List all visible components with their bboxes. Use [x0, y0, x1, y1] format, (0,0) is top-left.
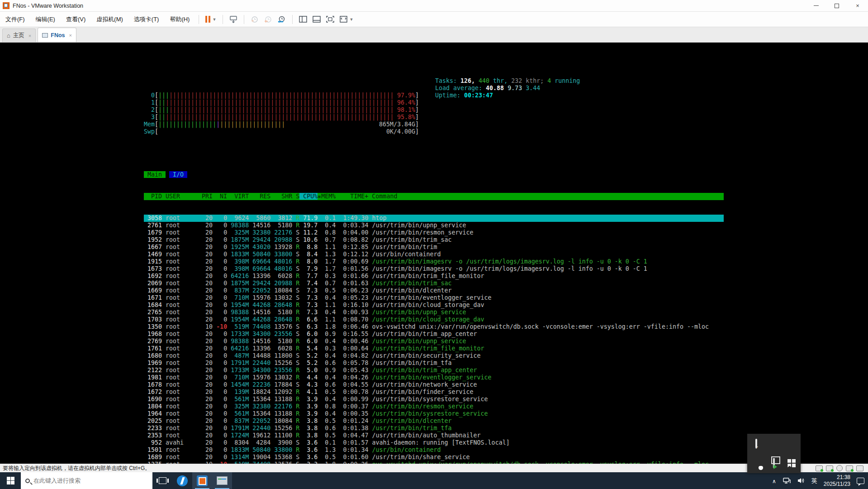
- pause-vm-button[interactable]: ▼: [203, 14, 219, 25]
- htop-tab-main[interactable]: Main: [144, 171, 166, 178]
- htop-tab-io[interactable]: I/O: [169, 171, 187, 178]
- snapshot-manager-button[interactable]: [275, 14, 289, 25]
- swap-meter: Swp[0K/4.00G]: [144, 128, 724, 135]
- process-row[interactable]: 1692 root 20 0 64216 13396 6028 R 7.7 0.…: [144, 273, 724, 280]
- network-device-icon[interactable]: [846, 465, 853, 471]
- tab-close-icon[interactable]: ×: [28, 33, 31, 38]
- monitor-app-icon: [217, 476, 228, 485]
- process-row[interactable]: 2025 root 20 0 837M 22052 18084 R 3.8 0.…: [144, 417, 724, 425]
- process-row[interactable]: 1667 root 20 0 1925M 43020 13928 R 8.8 1…: [144, 244, 724, 251]
- taskbar-app-vmware[interactable]: [192, 472, 212, 489]
- process-row[interactable]: 1964 root 20 0 561M 15364 13188 R 3.9 0.…: [144, 410, 724, 417]
- show-thumbnail-panel-button[interactable]: [310, 14, 323, 25]
- process-row[interactable]: 2122 root 20 0 1733M 34300 23556 R 5.0 0…: [144, 367, 724, 374]
- usb-device-icon[interactable]: [856, 465, 863, 471]
- start-button[interactable]: [0, 472, 21, 489]
- close-button[interactable]: ×: [847, 0, 868, 11]
- process-row[interactable]: 1703 root 20 0 1954M 44268 28648 R 6.6 1…: [144, 316, 724, 323]
- show-library-panel-button[interactable]: [296, 14, 310, 25]
- clock-time: 21:38: [824, 474, 850, 481]
- vm-console-screen[interactable]: 0[||||||||||||||||||||||||||||||||||||||…: [0, 43, 868, 464]
- menu-item[interactable]: 选项卡(T): [128, 12, 165, 27]
- process-row[interactable]: 1672 root 20 0 139M 18824 12092 R 4.1 0.…: [144, 388, 724, 396]
- process-row[interactable]: 952 avahi 20 0 8304 4284 3900 S 3.6 0.1 …: [144, 439, 724, 446]
- process-row[interactable]: 2761 root 20 0 98388 14516 5180 R 19.7 0…: [144, 222, 724, 229]
- memory-meter: Mem[|||||||||||||||||||||||||||||||||||8…: [144, 121, 724, 128]
- hidden-icons-chevron[interactable]: ∧: [772, 478, 776, 484]
- system-tray: ∧ 英 21:38 2025/11/23: [772, 472, 868, 489]
- process-row[interactable]: 1969 root 20 0 1791M 22440 15256 S 5.2 0…: [144, 360, 724, 367]
- tab-home[interactable]: ⌂ 主页 ×: [2, 29, 36, 42]
- screen-share-icon[interactable]: [773, 459, 775, 467]
- cpu-meter-3: 3[||||||||||||||||||||||||||||||||||||||…: [144, 114, 724, 121]
- process-row[interactable]: 3058 root 20 0 9624 5860 3812 R 71.9 0.1…: [144, 215, 724, 222]
- htop-terminal: 0[||||||||||||||||||||||||||||||||||||||…: [144, 77, 724, 464]
- process-row[interactable]: 1671 root 20 0 710M 15976 13032 S 7.3 0.…: [144, 294, 724, 302]
- revert-snapshot-button[interactable]: [261, 14, 275, 25]
- console-view-button[interactable]: [323, 14, 337, 25]
- vmware-app-icon: [197, 475, 208, 486]
- cdrom-device-icon[interactable]: [836, 465, 843, 471]
- process-row[interactable]: 1669 root 20 0 837M 22052 18084 S 7.3 0.…: [144, 287, 724, 294]
- process-row[interactable]: 1680 root 20 0 487M 14488 11800 S 5.2 0.…: [144, 352, 724, 360]
- process-row[interactable]: 2353 root 20 0 1724M 19612 11100 R 3.8 0…: [144, 432, 724, 439]
- menu-item[interactable]: 文件(F): [0, 12, 30, 27]
- send-ctrl-alt-del-button[interactable]: [227, 14, 240, 25]
- windows-logo-icon: [7, 477, 14, 484]
- minimize-button[interactable]: [806, 0, 826, 11]
- tab-close-icon[interactable]: ×: [69, 33, 72, 38]
- volume-tray-icon[interactable]: [797, 477, 805, 484]
- process-row[interactable]: 1469 root 20 0 1833M 50840 33800 S 8.4 1…: [144, 251, 724, 258]
- maximize-button[interactable]: [826, 0, 847, 11]
- tabbar: ⌂ 主页 × FNos ×: [0, 27, 868, 43]
- taskbar-clock[interactable]: 21:38 2025/11/23: [824, 474, 850, 488]
- process-row[interactable]: 1689 root 20 0 1314M 19004 15368 S 3.6 0…: [144, 454, 724, 461]
- vm-monitor-icon: [42, 33, 48, 38]
- process-row[interactable]: 1673 root 20 0 398M 69664 48016 S 7.9 1.…: [144, 265, 724, 273]
- process-row[interactable]: 1684 root 20 0 1954M 44268 28648 R 7.3 1…: [144, 302, 724, 309]
- network-tray-icon[interactable]: [783, 477, 791, 484]
- process-row[interactable]: 2769 root 20 0 98388 14516 5180 R 6.0 0.…: [144, 338, 724, 345]
- taskbar-search[interactable]: [21, 472, 152, 489]
- usb-drive-icon[interactable]: [755, 440, 757, 448]
- process-row[interactable]: 2765 root 20 0 98388 14516 5180 R 7.3 0.…: [144, 309, 724, 316]
- process-row[interactable]: 2233 root 20 0 1791M 22440 15256 R 3.8 0…: [144, 425, 724, 432]
- process-row[interactable]: 1981 root 20 0 710M 15976 13032 R 4.4 0.…: [144, 374, 724, 381]
- process-row[interactable]: 1915 root 20 0 398M 69664 48016 R 8.0 1.…: [144, 258, 724, 265]
- harddisk-device-icon[interactable]: [816, 465, 823, 471]
- process-row[interactable]: 1804 root 20 0 325M 32380 22176 R 3.9 0.…: [144, 403, 724, 410]
- search-input[interactable]: [33, 477, 138, 484]
- apps-grid-icon[interactable]: [787, 459, 796, 467]
- task-view-button[interactable]: [152, 472, 172, 489]
- process-row[interactable]: 1501 root 20 0 1833M 50840 33800 R 3.6 1…: [144, 446, 724, 454]
- menu-item[interactable]: 编辑(E): [30, 12, 61, 27]
- menu-item[interactable]: 查看(V): [61, 12, 91, 27]
- ime-indicator[interactable]: 英: [811, 477, 817, 485]
- menu-item[interactable]: 帮助(H): [164, 12, 195, 27]
- process-row[interactable]: 1679 root 20 0 325M 32380 22176 S 11.2 0…: [144, 229, 724, 236]
- pause-dropdown-icon[interactable]: ▼: [212, 17, 216, 22]
- bolt-app-icon: [177, 475, 188, 486]
- action-center-icon[interactable]: [857, 478, 864, 484]
- menu-item[interactable]: 虚拟机(M): [91, 12, 128, 27]
- windows-taskbar: ∧ 英 21:38 2025/11/23: [0, 472, 868, 489]
- fullscreen-dropdown-icon[interactable]: ▼: [349, 17, 353, 22]
- process-row[interactable]: 1690 root 20 0 561M 15364 13188 R 3.9 0.…: [144, 396, 724, 403]
- tab-fnos[interactable]: FNos ×: [38, 28, 76, 42]
- process-row[interactable]: 1350 root 10 -10 519M 74408 13576 S 6.3 …: [144, 323, 724, 331]
- process-row[interactable]: 2069 root 20 0 1875M 29424 20988 R 7.4 0…: [144, 280, 724, 287]
- htop-info-line: Uptime: 00:23:47: [435, 92, 580, 99]
- process-row[interactable]: 1761 root 20 0 64216 13396 6028 R 5.4 0.…: [144, 345, 724, 352]
- taskbar-app-bolt[interactable]: [172, 472, 192, 489]
- tray-overflow-flyout: [747, 434, 801, 473]
- process-row[interactable]: 1968 root 20 0 1733M 34300 23556 S 6.0 0…: [144, 331, 724, 338]
- taskbar-app-monitor[interactable]: [212, 472, 232, 489]
- fullscreen-button[interactable]: ▼: [337, 14, 356, 25]
- htop-screen-tabs: Main I/O: [144, 171, 724, 178]
- window-title: FNos - VMware Workstation: [13, 3, 83, 9]
- htop-table-header[interactable]: PID USER PRI NI VIRT RES SHR S CPU%▪MEM%…: [144, 193, 724, 200]
- process-row[interactable]: 1952 root 20 0 1875M 29424 20988 S 10.6 …: [144, 236, 724, 244]
- process-row[interactable]: 1678 root 20 0 1454M 22236 17884 S 4.3 0…: [144, 381, 724, 388]
- take-snapshot-button[interactable]: [248, 14, 261, 25]
- harddisk2-device-icon[interactable]: [826, 465, 833, 471]
